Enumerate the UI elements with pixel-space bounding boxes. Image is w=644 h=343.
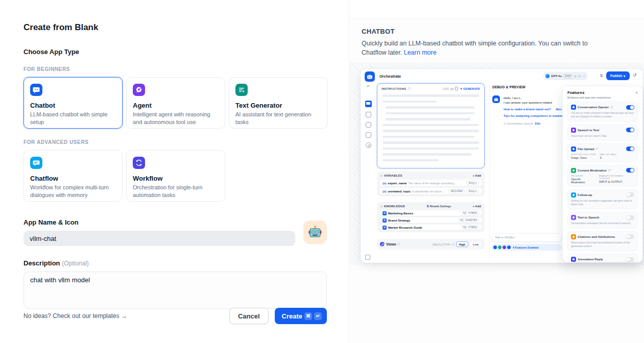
app-type-card-chatbot[interactable]: Chatbot LLM-based chatbot with simple se…: [23, 77, 123, 129]
card-title: Chatflow: [30, 175, 116, 182]
right-top-strip: [349, 0, 644, 19]
feature-speech-to-text: Speech to Text Voice input can be used i…: [567, 125, 638, 141]
debug-preview-header: DEBUG & PREVIEW: [492, 85, 526, 89]
knowledge-doc-icon: [383, 218, 387, 223]
mic-mini-icon: [574, 75, 577, 78]
app-type-card-workflow[interactable]: Workflow Orchestration for single-turn a…: [126, 150, 225, 202]
panel-toggle-icon: [365, 255, 370, 260]
chatbot-icon: [30, 84, 42, 96]
advanced-app-type-cards: Chatflow Workflow for complex multi-turn…: [23, 150, 349, 202]
app-type-info-panel: CHATBOT Quickly build an LLM-based chatb…: [349, 0, 644, 343]
instructions-panel: INSTRUCTIONS 2182 {x} ✦ GENERATE: [377, 83, 485, 168]
chatflow-icon: [30, 157, 42, 169]
vision-section: Vision RESOLUTION High Low: [377, 239, 485, 250]
speech-mini-icon: [503, 246, 506, 249]
variables-glyph-icon: {x}: [450, 87, 454, 90]
feature-content-moderation: Content Moderation PROVIDEROpenAI Modera…: [567, 165, 638, 187]
model-provider-icon: [545, 74, 550, 78]
knowledge-row: Marketing Basics HQ · HYBRID: [380, 210, 482, 216]
variable-row: {x} expert_name The name of the strategi…: [380, 180, 482, 186]
citations-icon: [571, 234, 576, 239]
card-title: Chatbot: [30, 102, 116, 109]
feature-file-upload: File Upload SUPPORT FILE TYPESImage, Doc…: [567, 143, 638, 162]
retrieval-tag: HQ · HYBRID: [461, 211, 479, 215]
preview-sidebar-rail: ⇄: [361, 83, 376, 263]
advanced-section-label: FOR ADVANCED USERS: [23, 139, 349, 145]
arrow-right-icon: →: [121, 312, 127, 320]
features-panel: Features × Enhance web app user experien…: [562, 86, 643, 262]
templates-link[interactable]: No ideas? Check out our templates→: [23, 312, 127, 320]
history-icon: ↺: [633, 72, 637, 78]
preview-app-title: Orchestrate: [379, 74, 401, 79]
preview-app-icon: [365, 71, 375, 82]
info-icon: [608, 169, 611, 172]
modal-title: Create from Blank: [23, 22, 349, 33]
add-variable-button: + Add: [472, 174, 481, 177]
description-textarea[interactable]: chat with vllm model: [23, 272, 327, 309]
close-icon: ×: [635, 90, 638, 95]
feature-conversation-opener: Conversation Opener You are an entity ex…: [567, 102, 638, 122]
add-knowledge-button: + Add: [472, 205, 481, 208]
chat-input: Talk to DifyBot: [491, 233, 562, 242]
info-icon: [397, 243, 400, 246]
agent-icon: [133, 84, 145, 96]
feature-toggle: [626, 128, 634, 132]
feature-toggle: [626, 192, 634, 197]
required-tag: REQUIRED: [448, 189, 465, 193]
app-name-row: [23, 231, 327, 246]
selected-type-description: Quickly build an LLM-based chatbot with …: [362, 39, 592, 57]
info-icon: [408, 87, 411, 90]
description-label: Description: [23, 259, 60, 267]
knowledge-section: ∨ KNOWLEDGE ⇅ Rerank Settings + Add Mark…: [377, 202, 485, 232]
card-title: Workflow: [133, 175, 219, 182]
cancel-button[interactable]: Cancel: [229, 308, 269, 324]
speech-to-text-icon: [571, 128, 576, 133]
feature-toggle: [626, 257, 634, 262]
cmd-key-icon: ⌘: [304, 312, 312, 320]
create-app-modal: Create from Blank Choose App Type FOR BE…: [0, 0, 644, 343]
card-description: Intelligent agent with reasoning and aut…: [133, 111, 219, 126]
card-description: LLM-based chatbot with simple setup: [30, 111, 116, 126]
orchestrate-nav-icon: [365, 101, 372, 107]
selected-type-heading: CHATBOT: [362, 28, 632, 35]
bot-message: Hello, I am L. I can answer your questio…: [504, 96, 565, 105]
annotation-reply-icon: [571, 257, 576, 262]
feature-toggle: [626, 105, 634, 110]
robot-emoji-icon: [308, 226, 322, 239]
app-icon-picker-button[interactable]: [303, 220, 327, 244]
settings-nav-icon: [366, 142, 371, 148]
variables-section: ∨ VARIABLES + Add {x} expert_name The na…: [377, 172, 485, 197]
swap-icon: ⇄: [361, 84, 376, 88]
app-type-card-text-generator[interactable]: Text Generator AI assistant for text gen…: [229, 77, 328, 129]
resolution-high-chip: High: [456, 241, 468, 247]
chevron-down-icon: ∨: [380, 205, 383, 208]
app-name-input[interactable]: [23, 231, 295, 246]
info-icon: [595, 148, 598, 150]
divider: [489, 83, 490, 263]
create-button[interactable]: Create ⌘ ↵: [275, 308, 327, 324]
edit-link: Edit: [535, 122, 540, 125]
conversation-opener-icon: [571, 105, 576, 110]
features-enabled-bar: 4 Features Enabled: [491, 244, 562, 251]
feature-toggle: [626, 215, 634, 220]
learn-more-link[interactable]: Learn more: [404, 49, 437, 56]
feature-citations: Citations and Attributions Show source d…: [567, 231, 638, 252]
eye-mini-icon: [578, 75, 581, 78]
knowledge-row: Brand Strategy HQ · INVERTED: [380, 217, 482, 223]
resolution-low-chip: Low: [470, 241, 482, 247]
feature-toggle: [626, 234, 634, 239]
card-title: Text Generator: [235, 102, 321, 109]
tune-icon: ⇅: [600, 74, 603, 78]
app-type-card-agent[interactable]: Agent Intelligent agent with reasoning a…: [126, 77, 225, 129]
app-type-card-chatflow[interactable]: Chatflow Workflow for complex multi-turn…: [23, 150, 123, 202]
card-title: Agent: [133, 102, 219, 109]
feature-annotation-reply: Annotation Reply: [567, 254, 638, 262]
modal-footer: No ideas? Check out our templates→ Cance…: [23, 308, 327, 324]
feature-text-to-speech: Text to Speech Conversation messages can…: [567, 212, 638, 228]
description-label-row: Description (Optional): [23, 259, 349, 267]
app-name-label: App Name & Icon: [23, 218, 349, 226]
create-from-blank-panel: Create from Blank Choose App Type FOR BE…: [0, 0, 349, 343]
description-optional-hint: (Optional): [62, 260, 89, 267]
card-description: Orchestration for single-turn automation…: [133, 184, 219, 199]
copy-icon: [455, 87, 458, 90]
